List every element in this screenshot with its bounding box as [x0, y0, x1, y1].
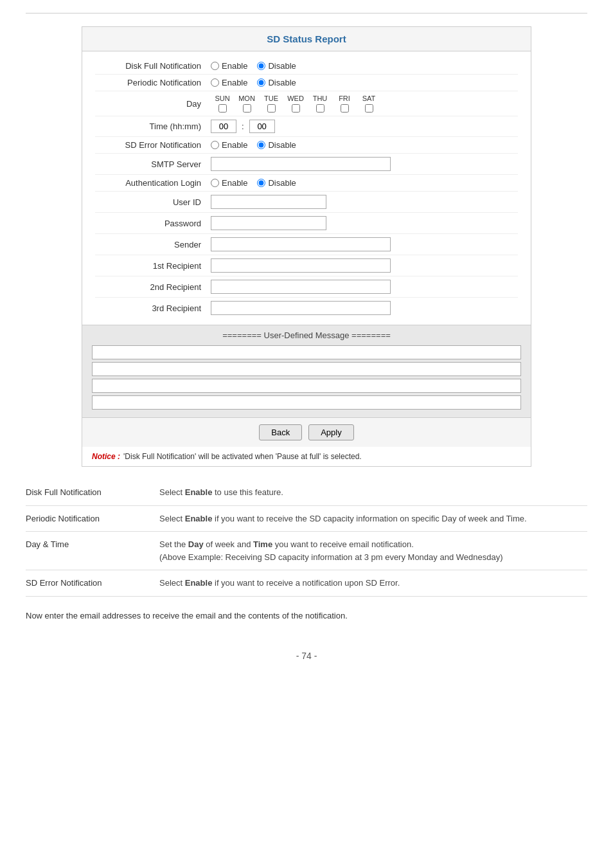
- user-defined-message-title: ======== User-Defined Message ========: [92, 330, 521, 340]
- day-checkbox-thu[interactable]: [316, 104, 324, 113]
- sd-error-notification-row: SD Error Notification Enable Disable: [95, 137, 518, 154]
- disk-full-disable-radio[interactable]: [257, 62, 265, 70]
- day-checkbox-tue[interactable]: [267, 104, 276, 113]
- desc-row-sd-error: SD Error Notification Select Enable if y…: [26, 570, 587, 597]
- smtp-server-label: SMTP Server: [95, 159, 211, 169]
- time-separator: :: [242, 122, 244, 131]
- periodic-disable-text: Disable: [268, 78, 296, 87]
- page-container: SD Status Report Disk Full Notification …: [0, 0, 613, 687]
- description-table: Disk Full Notification Select Enable to …: [26, 480, 587, 597]
- user-id-control: [211, 195, 518, 209]
- recipient3-control: [211, 301, 518, 315]
- sd-error-enable-label[interactable]: Enable: [211, 140, 247, 150]
- recipient1-label: 1st Recipient: [95, 261, 211, 271]
- disk-full-notification-control: Enable Disable: [211, 61, 518, 71]
- day-checkbox-fri[interactable]: [341, 104, 349, 113]
- disk-full-enable-label[interactable]: Enable: [211, 61, 247, 71]
- message-line-1-input[interactable]: [92, 345, 521, 359]
- desc-term-sd-error: SD Error Notification: [26, 570, 154, 597]
- sd-error-disable-label[interactable]: Disable: [257, 140, 296, 150]
- auth-disable-radio[interactable]: [257, 179, 265, 187]
- day-label-tue: TUE: [264, 95, 278, 102]
- smtp-server-control: [211, 157, 518, 171]
- password-input[interactable]: [211, 216, 326, 230]
- user-id-label: User ID: [95, 197, 211, 207]
- day-checkboxes: SUN MON TUE WED: [211, 95, 380, 113]
- time-control: :: [211, 120, 518, 133]
- password-label: Password: [95, 219, 211, 228]
- day-label-fri: FRI: [339, 95, 350, 102]
- periodic-notification-row: Periodic Notification Enable Disable: [95, 75, 518, 91]
- message-line-2-input[interactable]: [92, 362, 521, 376]
- recipient1-control: [211, 258, 518, 273]
- message-line-3-input[interactable]: [92, 379, 521, 393]
- sender-label: Sender: [95, 240, 211, 249]
- auth-disable-label[interactable]: Disable: [257, 178, 296, 188]
- day-checkbox-mon[interactable]: [243, 104, 251, 113]
- day-label: Day: [95, 99, 211, 109]
- message-line-1-row: [92, 345, 521, 359]
- password-control: [211, 216, 518, 230]
- periodic-enable-label[interactable]: Enable: [211, 78, 247, 87]
- sender-row: Sender: [95, 234, 518, 255]
- day-col-thu: THU: [308, 95, 332, 113]
- user-id-input[interactable]: [211, 195, 326, 209]
- auth-disable-text: Disable: [268, 178, 296, 188]
- auth-enable-radio[interactable]: [211, 179, 219, 187]
- bottom-notice: Now enter the email addresses to receive…: [26, 610, 587, 622]
- notice-label: Notice :: [92, 452, 120, 461]
- day-checkbox-wed[interactable]: [292, 104, 300, 113]
- message-line-4-input[interactable]: [92, 395, 521, 410]
- disk-full-enable-text: Enable: [222, 61, 247, 71]
- day-col-wed: WED: [284, 95, 307, 113]
- sd-error-disable-text: Disable: [268, 140, 296, 150]
- auth-enable-label[interactable]: Enable: [211, 178, 247, 188]
- apply-button[interactable]: Apply: [308, 424, 354, 440]
- recipient1-input[interactable]: [211, 258, 391, 273]
- day-checkbox-sat[interactable]: [365, 104, 373, 113]
- recipient2-input[interactable]: [211, 280, 391, 294]
- sd-error-notification-label: SD Error Notification: [95, 140, 211, 150]
- smtp-server-row: SMTP Server: [95, 154, 518, 175]
- day-col-tue: TUE: [260, 95, 283, 113]
- top-divider: [26, 13, 587, 14]
- user-defined-message-section: ======== User-Defined Message ========: [82, 325, 531, 417]
- auth-login-control: Enable Disable: [211, 178, 518, 188]
- message-line-3-row: [92, 379, 521, 393]
- auth-enable-text: Enable: [222, 178, 247, 188]
- message-line-2-row: [92, 362, 521, 376]
- disk-full-disable-label[interactable]: Disable: [257, 61, 296, 71]
- time-minute-input[interactable]: [249, 120, 275, 133]
- sender-input[interactable]: [211, 237, 391, 251]
- day-label-mon: MON: [238, 95, 255, 102]
- desc-term-disk-full: Disk Full Notification: [26, 480, 154, 505]
- time-hour-input[interactable]: [211, 120, 236, 133]
- form-section: Disk Full Notification Enable Disable Pe…: [82, 51, 531, 325]
- disk-full-disable-text: Disable: [268, 61, 296, 71]
- user-id-row: User ID: [95, 192, 518, 213]
- desc-row-disk-full: Disk Full Notification Select Enable to …: [26, 480, 587, 505]
- periodic-notification-control: Enable Disable: [211, 78, 518, 87]
- periodic-notification-label: Periodic Notification: [95, 78, 211, 87]
- smtp-server-input[interactable]: [211, 157, 391, 171]
- sd-error-disable-radio[interactable]: [257, 141, 265, 149]
- panel-title: SD Status Report: [82, 27, 531, 51]
- notice-row: Notice : 'Disk Full Notification' will b…: [82, 447, 531, 466]
- day-col-sun: SUN: [211, 95, 234, 113]
- periodic-disable-label[interactable]: Disable: [257, 78, 296, 87]
- periodic-disable-radio[interactable]: [257, 78, 265, 87]
- recipient3-input[interactable]: [211, 301, 391, 315]
- day-checkbox-sun[interactable]: [218, 104, 227, 113]
- back-button[interactable]: Back: [259, 424, 302, 440]
- sd-error-enable-radio[interactable]: [211, 141, 219, 149]
- desc-term-periodic: Periodic Notification: [26, 505, 154, 532]
- sender-control: [211, 237, 518, 251]
- disk-full-enable-radio[interactable]: [211, 62, 219, 70]
- desc-row-day-time: Day & Time Set the Day of week and Time …: [26, 532, 587, 570]
- periodic-enable-radio[interactable]: [211, 78, 219, 87]
- password-row: Password: [95, 213, 518, 234]
- day-col-sat: SAT: [357, 95, 380, 113]
- page-number: - 74 -: [296, 651, 317, 661]
- desc-term-day-time: Day & Time: [26, 532, 154, 570]
- desc-text-day-time: Set the Day of week and Time you want to…: [154, 532, 587, 570]
